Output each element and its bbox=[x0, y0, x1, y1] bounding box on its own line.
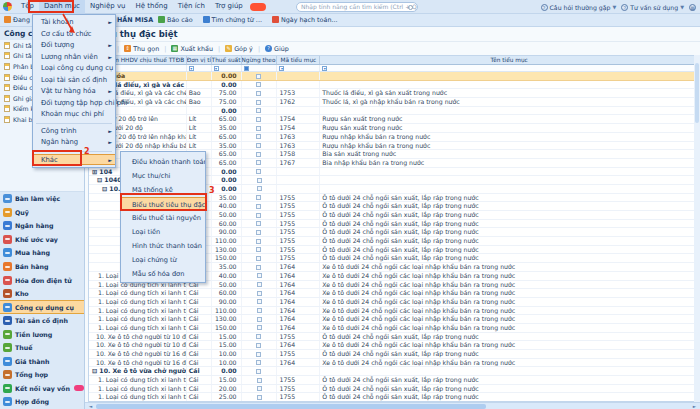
sidebar-module-bàn-làm-việc[interactable]: Bàn làm việc bbox=[0, 192, 84, 206]
menu-item-khoản-mục-chi-phí[interactable]: Khoản mục chi phí bbox=[33, 109, 115, 121]
column-header-2[interactable]: Thuế suất (%) bbox=[212, 56, 242, 64]
horizontal-scrollbar[interactable]: ◄ ► bbox=[85, 402, 700, 409]
sidebar-module-khế-ước-vay[interactable]: Khế ước vay bbox=[0, 233, 84, 247]
table-row[interactable]: Rượu0.00 bbox=[89, 107, 699, 116]
checkbox-icon[interactable] bbox=[257, 291, 262, 296]
table-row[interactable]: 1. Loại có dung tích xi lanh từ 2.500 cm… bbox=[89, 376, 699, 385]
scrollbar-thumb[interactable] bbox=[96, 404, 486, 409]
checkbox-icon[interactable] bbox=[257, 178, 262, 183]
checkbox-icon[interactable] bbox=[256, 343, 261, 348]
table-row[interactable]: 1. Loại có dung tích xi lanh trên 2.500.… bbox=[89, 289, 699, 298]
table-row[interactable]: 10. Xe ô tô chở người từ 16 đến dưới 24.… bbox=[89, 350, 699, 359]
checkbox-icon[interactable] bbox=[257, 395, 262, 400]
sidebar-module-tài-sản-cố-định[interactable]: Tài sản cố định bbox=[0, 314, 84, 328]
search-input[interactable]: Nhập tính năng cần tìm kiếm (Ctrl + Q) bbox=[296, 2, 418, 12]
menu-item-loại-công-cụ-dụng-cụ[interactable]: Loại công cụ dụng cụ bbox=[33, 63, 115, 75]
checkbox-icon[interactable] bbox=[257, 299, 262, 304]
table-row[interactable]: 10. Xe ô tô chở người từ 10 đến dưới 16.… bbox=[89, 333, 699, 342]
table-row[interactable]: 1. Loại có dung tích xi lanh trên 2.500.… bbox=[89, 385, 699, 394]
menu-danh-mục[interactable]: Danh mục bbox=[39, 0, 85, 14]
submenu-item-mục-thu-chi[interactable]: Mục thu/chi bbox=[121, 169, 205, 183]
submenu-item-điều-khoản-thanh-toán[interactable]: Điều khoản thanh toán bbox=[121, 155, 205, 169]
menu-item-tài-khoản[interactable]: Tài khoản► bbox=[33, 17, 115, 29]
checkbox-icon[interactable] bbox=[256, 369, 261, 374]
sidebar-module-thuế[interactable]: Thuế bbox=[0, 341, 84, 355]
submenu-item-biểu-thuế-tiêu-thụ-đặc-biệt[interactable]: Biểu thuế tiêu thụ đặc biệt bbox=[121, 197, 205, 211]
checkbox-icon[interactable] bbox=[257, 317, 262, 322]
column-header-3[interactable]: Ngừng theo dõi bbox=[242, 56, 278, 64]
checkbox-icon[interactable] bbox=[257, 378, 262, 383]
export-button[interactable]: ▦Xuất khẩu bbox=[171, 45, 213, 53]
sidebar-module-ngân-hàng[interactable]: Ngân hàng bbox=[0, 219, 84, 233]
sidebar-module-mua-hàng[interactable]: Mua hàng bbox=[0, 246, 84, 260]
table-row[interactable]: 1. Loại có dung tích xi lanh trên 5.000.… bbox=[89, 315, 699, 324]
submenu-item-hình-thức-thanh-toán[interactable]: Hình thức thanh toán bbox=[121, 239, 205, 253]
table-row[interactable]: 1. Loại có dung tích xi lanh trên 3.000.… bbox=[89, 298, 699, 307]
table-row[interactable]: Hàng hóa0.00 bbox=[89, 72, 699, 81]
table-row[interactable]: Rượu dưới 20 độ nhập khẩu bán ra..Lít35.… bbox=[89, 142, 699, 151]
menu-tiện-ích[interactable]: Tiện ích bbox=[173, 0, 210, 14]
checkbox-icon[interactable] bbox=[257, 282, 262, 287]
menu-item-lương-nhân-viên[interactable]: Lương nhân viên► bbox=[33, 52, 115, 64]
checkbox-icon[interactable] bbox=[257, 186, 262, 191]
checkbox-icon[interactable] bbox=[256, 352, 261, 357]
search-doc-button[interactable]: Tìm chứng từ ... bbox=[203, 14, 262, 27]
filter-funnel-icon[interactable]: ▾ bbox=[322, 66, 327, 71]
menu-hệ-thống[interactable]: Hệ thống bbox=[131, 0, 173, 14]
submenu-item-mã-thống-kê[interactable]: Mã thống kê bbox=[121, 183, 205, 197]
menu-item-khác[interactable]: Khác► bbox=[33, 154, 115, 166]
sidebar-module-tiền-lương[interactable]: Tiền lương bbox=[0, 327, 84, 341]
report-button[interactable]: Báo cáo bbox=[158, 14, 193, 27]
calendar-button[interactable]: Ngày hạch toán... bbox=[272, 14, 338, 27]
menu-item-đối-tượng[interactable]: Đối tượng► bbox=[33, 40, 115, 52]
checkbox-icon[interactable] bbox=[256, 265, 261, 270]
checkbox-icon[interactable] bbox=[256, 117, 261, 122]
checkbox-icon[interactable] bbox=[256, 74, 261, 79]
feedback-button[interactable]: ✎Góp ý bbox=[225, 45, 253, 53]
menu-item-đối-tượng-tập-hợp-chi-phí[interactable]: Đối tượng tập hợp chi phí bbox=[33, 98, 115, 110]
sidebar-module-kết-nối-vay-vốn[interactable]: Kết nối vay vốn bbox=[0, 382, 84, 396]
checkbox-icon[interactable] bbox=[256, 204, 261, 209]
scroll-right-icon[interactable]: ► bbox=[690, 403, 699, 409]
checkbox-icon[interactable] bbox=[256, 152, 261, 157]
menubar-right-item[interactable]: Tư vấn sử dụng bbox=[630, 4, 678, 11]
submenu-item-loại-chứng-từ[interactable]: Loại chứng từ bbox=[121, 253, 205, 267]
filter-checkbox-icon[interactable] bbox=[244, 66, 249, 71]
sidebar-module-quỹ[interactable]: Quỹ bbox=[0, 206, 84, 220]
menu-item-loại-tài-sản-cố-định[interactable]: Loại tài sản cố định bbox=[33, 75, 115, 87]
table-row[interactable]: Rượu từ 20 độ trở lênLít65.001754Rượu sả… bbox=[89, 115, 699, 124]
menu-item-công-trình[interactable]: Công trình► bbox=[33, 126, 115, 138]
checkbox-icon[interactable] bbox=[256, 195, 261, 200]
table-row[interactable]: Rượu dưới 20 độLít35.001754Rượu sản xuất… bbox=[89, 124, 699, 133]
menubar-right-item[interactable]: Câu hỏi thường gặp bbox=[550, 4, 611, 11]
column-header-1[interactable]: Đơn vị tính bbox=[187, 56, 212, 64]
submenu-item-mẫu-số-hóa-đơn[interactable]: Mẫu số hóa đơn bbox=[121, 267, 205, 281]
checkbox-icon[interactable] bbox=[257, 386, 262, 391]
collapse-button[interactable]: ⇕Thu gọn bbox=[124, 45, 159, 53]
checkbox-icon[interactable] bbox=[257, 325, 262, 330]
filter-funnel-icon[interactable]: ▾ bbox=[279, 66, 284, 71]
sidebar-module-giá-thành[interactable]: Giá thành bbox=[0, 355, 84, 369]
checkbox-icon[interactable] bbox=[256, 143, 261, 148]
checkbox-icon[interactable] bbox=[257, 273, 262, 278]
sidebar-module-công-cụ-dụng-cụ[interactable]: Công cụ dụng cụ bbox=[0, 300, 84, 314]
table-row[interactable]: 1. Loại có dung tích xi lanh trên 6.000.… bbox=[89, 324, 699, 333]
checkbox-icon[interactable] bbox=[256, 230, 261, 235]
checkbox-icon[interactable] bbox=[256, 91, 261, 96]
sidebar-module-kho[interactable]: Kho bbox=[0, 287, 84, 301]
checkbox-icon[interactable] bbox=[256, 221, 261, 226]
checkbox-icon[interactable] bbox=[256, 108, 261, 113]
menu-item-ngân-hàng[interactable]: Ngân hàng► bbox=[33, 137, 115, 149]
checkbox-icon[interactable] bbox=[256, 82, 261, 87]
checkbox-icon[interactable] bbox=[256, 134, 261, 139]
menu-tệp[interactable]: Tệp bbox=[16, 0, 39, 14]
table-row[interactable]: 10. Xe ô tô chở người từ 10 đến dưới 16.… bbox=[89, 341, 699, 350]
table-row[interactable]: 1. Loại có dung tích xi lanh trên 4.000.… bbox=[89, 307, 699, 316]
checkbox-icon[interactable] bbox=[256, 169, 261, 174]
submenu-item-loại-tiền[interactable]: Loại tiền bbox=[121, 225, 205, 239]
checkbox-icon[interactable] bbox=[256, 247, 261, 252]
help-button[interactable]: ?Giúp bbox=[265, 45, 289, 53]
table-row[interactable]: Thuốc lá điếu, xì gà và các chế phẩm..Ba… bbox=[89, 89, 699, 98]
menu-nghiệp-vụ[interactable]: Nghiệp vụ bbox=[85, 0, 131, 14]
checkbox-icon[interactable] bbox=[256, 256, 261, 261]
